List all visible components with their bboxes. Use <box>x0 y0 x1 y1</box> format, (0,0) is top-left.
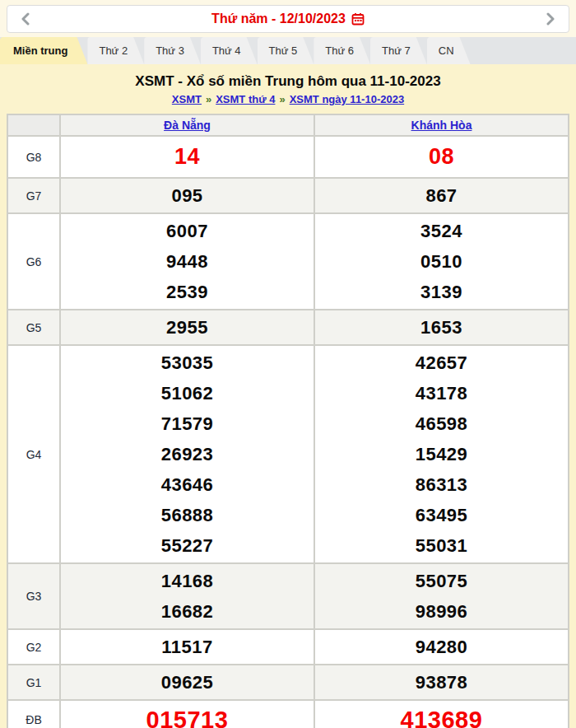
province-link-da-nang[interactable]: Đà Nẵng <box>164 119 211 132</box>
breadcrumb: XSMT»XSMT thứ 4»XSMT ngày 11-10-2023 <box>0 93 576 114</box>
result-number: 71579 <box>61 408 314 439</box>
prize-label: G2 <box>8 630 59 664</box>
chevron-right-icon <box>546 12 555 26</box>
breadcrumb-link-xsmt[interactable]: XSMT <box>172 93 202 105</box>
result-number: 413689 <box>315 702 568 728</box>
current-date: Thứ năm - 12/10/2023 <box>34 12 542 26</box>
result-number: 51062 <box>61 378 314 408</box>
province-link-khanh-hoa[interactable]: Khánh Hòa <box>411 119 472 132</box>
breadcrumb-separator: » <box>206 93 211 105</box>
result-cell-khanh-hoa: 867 <box>315 179 568 212</box>
prize-label: G3 <box>8 564 59 628</box>
page-title: XSMT - Xổ số miền Trung hôm qua 11-10-20… <box>0 73 576 90</box>
result-number: 15429 <box>315 439 568 469</box>
result-number: 42657 <box>315 348 568 378</box>
table-row: G81408 <box>8 137 568 177</box>
result-cell-da-nang: 015713 <box>61 701 314 728</box>
breadcrumb-link-xsmt-ngay[interactable]: XSMT ngày 11-10-2023 <box>290 93 404 105</box>
result-number: 6007 <box>61 216 314 246</box>
result-number: 095 <box>61 180 314 211</box>
result-cell-khanh-hoa: 42657431784659815429863136349555031 <box>315 346 568 562</box>
content-area: XSMT - Xổ số miền Trung hôm qua 11-10-20… <box>0 64 576 728</box>
table-row: ĐB015713413689 <box>8 701 568 728</box>
prize-label: G1 <box>8 665 59 699</box>
tab-label: Thứ 5 <box>269 44 298 57</box>
result-number: 56888 <box>61 500 314 530</box>
result-number: 43646 <box>61 469 314 500</box>
tab-label: Thứ 3 <box>156 44 184 57</box>
result-number: 55227 <box>61 530 314 561</box>
result-cell-khanh-hoa: 93878 <box>315 665 568 699</box>
result-cell-khanh-hoa: 352405103139 <box>315 214 568 309</box>
next-day-button[interactable] <box>542 11 559 27</box>
results-header: Đà Nẵng Khánh Hòa <box>8 115 568 135</box>
result-cell-da-nang: 14 <box>61 137 314 177</box>
tab-mien-trung[interactable]: Miền trung <box>0 37 87 64</box>
tab-label: Thứ 6 <box>325 44 354 57</box>
results-table: Đà Nẵng Khánh Hòa G81408G7095867G6600794… <box>7 114 569 728</box>
result-cell-da-nang: 600794482539 <box>61 214 314 309</box>
results-body: G81408G7095867G6600794482539352405103139… <box>8 137 568 728</box>
result-number: 53035 <box>61 348 314 378</box>
result-number: 08 <box>315 138 568 175</box>
result-number: 11517 <box>61 632 314 662</box>
result-cell-da-nang: 11517 <box>61 630 314 664</box>
tab-label: CN <box>439 44 454 57</box>
tab-thu-4[interactable]: Thứ 4 <box>201 37 258 64</box>
result-number: 2539 <box>61 277 314 307</box>
result-cell-khanh-hoa: 08 <box>315 137 568 177</box>
tab-label: Miền trung <box>13 44 67 57</box>
result-number: 867 <box>315 180 568 211</box>
tab-thu-2[interactable]: Thứ 2 <box>87 37 144 64</box>
result-number: 2955 <box>61 312 314 343</box>
tab-label: Thứ 4 <box>212 44 241 57</box>
chevron-left-icon <box>21 12 30 26</box>
table-row: G453035510627157926923436465688855227426… <box>8 346 568 562</box>
result-number: 09625 <box>61 667 314 698</box>
result-number: 55075 <box>315 566 568 596</box>
prize-label: G4 <box>8 346 59 562</box>
tab-thu-6[interactable]: Thứ 6 <box>314 37 370 64</box>
result-number: 63495 <box>315 500 568 530</box>
result-cell-khanh-hoa: 413689 <box>315 701 568 728</box>
province-header-khanh-hoa: Khánh Hòa <box>315 115 568 135</box>
result-number: 14 <box>61 138 314 175</box>
province-header-da-nang: Đà Nẵng <box>61 115 314 135</box>
tab-thu-3[interactable]: Thứ 3 <box>144 37 201 64</box>
result-cell-da-nang: 09625 <box>61 665 314 699</box>
result-number: 14168 <box>61 566 314 596</box>
prize-label: G6 <box>8 214 59 309</box>
result-cell-da-nang: 1416816682 <box>61 564 314 628</box>
calendar-icon[interactable] <box>351 12 365 26</box>
result-number: 3524 <box>315 216 568 246</box>
breadcrumb-link-xsmt-thu-4[interactable]: XSMT thứ 4 <box>216 93 275 105</box>
result-cell-da-nang: 2955 <box>61 310 314 344</box>
table-row: G21151794280 <box>8 630 568 664</box>
tab-cn[interactable]: CN <box>427 37 471 64</box>
result-cell-khanh-hoa: 1653 <box>315 310 568 344</box>
table-row: G529551653 <box>8 310 568 344</box>
tab-thu-7[interactable]: Thứ 7 <box>370 37 427 64</box>
result-number: 98996 <box>315 596 568 627</box>
prev-day-button[interactable] <box>17 11 34 27</box>
prize-label: G8 <box>8 137 59 177</box>
result-number: 0510 <box>315 246 568 277</box>
result-number: 86313 <box>315 469 568 500</box>
table-row: G6600794482539352405103139 <box>8 214 568 309</box>
day-tabs: Miền trung Thứ 2 Thứ 3 Thứ 4 Thứ 5 Thứ 6… <box>0 37 576 64</box>
result-number: 94280 <box>315 632 568 662</box>
result-cell-khanh-hoa: 94280 <box>315 630 568 664</box>
result-number: 55031 <box>315 530 568 561</box>
tab-thu-5[interactable]: Thứ 5 <box>258 37 314 64</box>
header-row: Đà Nẵng Khánh Hòa <box>8 115 568 135</box>
result-number: 46598 <box>315 408 568 439</box>
result-number: 93878 <box>315 667 568 698</box>
result-cell-da-nang: 53035510627157926923436465688855227 <box>61 346 314 562</box>
table-row: G314168166825507598996 <box>8 564 568 628</box>
tab-label: Thứ 7 <box>382 44 411 57</box>
result-number: 3139 <box>315 277 568 307</box>
result-cell-khanh-hoa: 5507598996 <box>315 564 568 628</box>
breadcrumb-separator: » <box>279 93 285 105</box>
result-number: 16682 <box>61 596 314 627</box>
table-row: G7095867 <box>8 179 568 212</box>
